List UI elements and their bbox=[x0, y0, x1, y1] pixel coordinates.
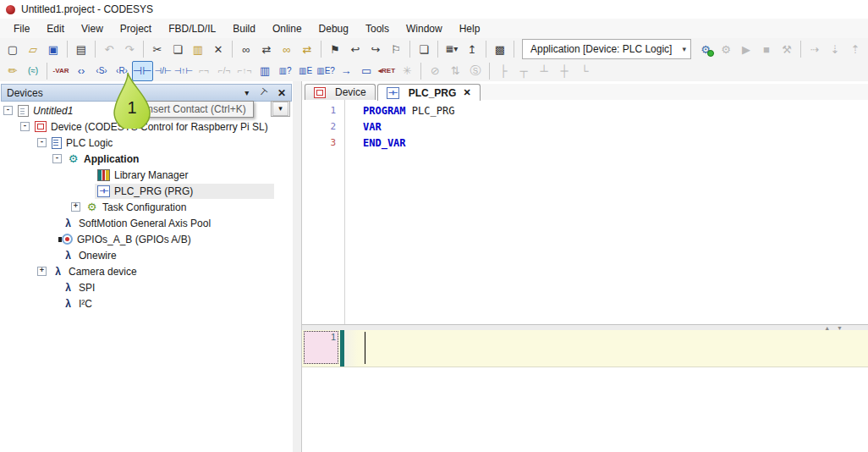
delete-button[interactable]: ✕ bbox=[208, 39, 228, 59]
paste-button[interactable]: ▥ bbox=[188, 39, 208, 59]
replace-button[interactable]: ⇄ bbox=[256, 39, 277, 59]
main-toolbar-separator bbox=[321, 41, 321, 58]
view-selector-dropdown[interactable]: ▾ bbox=[271, 101, 290, 117]
toggle-bookmark-button[interactable]: ⚑ bbox=[325, 39, 345, 59]
redo-button[interactable]: ↷ bbox=[119, 39, 140, 59]
close-panel-icon[interactable]: ✕ bbox=[277, 87, 286, 99]
expand-icon[interactable]: + bbox=[37, 267, 47, 276]
tree-item-onewire[interactable]: Onewire bbox=[0, 247, 293, 263]
collapse-icon[interactable]: - bbox=[20, 122, 30, 131]
menu-item-edit[interactable]: Edit bbox=[38, 20, 73, 37]
panel-menu-dropdown-icon[interactable]: ▾ bbox=[244, 88, 249, 97]
insert-empty-box-with-en-button[interactable]: ▥E? bbox=[316, 61, 336, 81]
declaration-editor[interactable]: 1 PROGRAM PLC_PRG 2 VAR 3 END_VAR bbox=[302, 100, 868, 324]
set-reset-button[interactable]: Ⓢ bbox=[465, 61, 486, 81]
logout-button[interactable]: ⚙ bbox=[716, 39, 736, 59]
tree-item-plc-prg-prg[interactable]: PLC_PRG (PRG) bbox=[0, 183, 293, 199]
save-project-button[interactable]: ▣ bbox=[43, 39, 63, 59]
edge-detection-button[interactable]: ⇅ bbox=[445, 61, 465, 81]
cut-button[interactable]: ✂ bbox=[147, 39, 168, 59]
tab-device[interactable]: Device bbox=[305, 84, 376, 100]
stop-button[interactable]: ■ bbox=[756, 39, 777, 59]
open-project-button[interactable]: ▱ bbox=[23, 39, 43, 59]
menu-item-view[interactable]: View bbox=[73, 20, 112, 37]
insert-branch-button[interactable]: ├ bbox=[493, 61, 514, 81]
collapse-icon[interactable]: - bbox=[52, 154, 62, 163]
tree-item-i-c[interactable]: I²C bbox=[0, 295, 293, 311]
find-in-project-button[interactable]: ∞ bbox=[277, 39, 297, 59]
ld-network-row[interactable]: 1 bbox=[302, 330, 868, 367]
insert-label-button[interactable]: ▭ bbox=[356, 61, 376, 81]
collapse-icon[interactable]: - bbox=[3, 106, 13, 115]
edit-object-button[interactable]: ❏ bbox=[414, 39, 434, 59]
step-over-button[interactable]: ⇢ bbox=[805, 39, 825, 59]
insert-assignment-button[interactable]: -VAR bbox=[51, 61, 71, 81]
code-line[interactable]: 2 VAR bbox=[302, 119, 868, 135]
insert-negated-contact-button[interactable]: ⊣/⊢ bbox=[153, 61, 173, 81]
menu-item-online[interactable]: Online bbox=[264, 20, 310, 37]
tree-item-task-configuration[interactable]: +Task Configuration bbox=[0, 199, 293, 215]
start-button[interactable]: ▶ bbox=[736, 39, 756, 59]
insert-operator-button[interactable]: ‹› bbox=[71, 61, 91, 81]
replace-in-project-button[interactable]: ⇄ bbox=[297, 39, 317, 59]
negate-button[interactable]: ⊘ bbox=[425, 61, 445, 81]
snippets-button[interactable]: ▩ bbox=[490, 39, 510, 59]
insert-parallel-negated-contact-button[interactable]: ⌐/¬ bbox=[214, 61, 234, 81]
export-object-button[interactable]: ↥ bbox=[462, 39, 482, 59]
tree-item-camera-device[interactable]: +Camera device bbox=[0, 263, 293, 279]
tree-item-softmotion-general-axis-pool[interactable]: SoftMotion General Axis Pool bbox=[0, 215, 293, 231]
set-branch-start-point-button[interactable]: ┼ bbox=[554, 61, 574, 81]
insert-rising-edge-contact-button[interactable]: ⊣↑⊢ bbox=[173, 61, 194, 81]
insert-set-coil-button[interactable]: ‹S› bbox=[91, 61, 112, 81]
menu-item-file[interactable]: File bbox=[5, 20, 38, 37]
insert-branch-above-button[interactable]: ┬ bbox=[514, 61, 534, 81]
insert-parallel-contact-button[interactable]: ⌐¬ bbox=[194, 61, 214, 81]
insert-return-button[interactable]: ◂RET bbox=[376, 61, 397, 81]
code-line[interactable]: 3 END_VAR bbox=[302, 135, 868, 151]
network-selection-box[interactable]: 1 bbox=[304, 331, 338, 364]
tree-item-plc-logic[interactable]: -PLC Logic bbox=[0, 135, 293, 151]
step-into-button[interactable]: ⇣ bbox=[825, 39, 845, 59]
tree-item-library-manager[interactable]: Library Manager bbox=[0, 167, 293, 183]
panel-splitter[interactable] bbox=[293, 81, 302, 452]
menu-item-fbd-ld-il[interactable]: FBD/LD/IL bbox=[160, 20, 224, 37]
step-out-button[interactable]: ⇡ bbox=[845, 39, 865, 59]
insert-network-button[interactable]: ✏ bbox=[3, 61, 23, 81]
undo-button[interactable]: ↶ bbox=[99, 39, 119, 59]
menu-item-build[interactable]: Build bbox=[224, 20, 264, 37]
pin-icon[interactable]: ⊤ bbox=[259, 87, 267, 98]
active-application-selector[interactable]: Application [Device: PLC Logic] ▾ bbox=[522, 39, 691, 59]
close-tab-icon[interactable]: ✕ bbox=[463, 87, 470, 98]
tree-item-gpios-a-b-gpios-a-b[interactable]: GPIOs_A_B (GPIOs A/B) bbox=[0, 231, 293, 247]
insert-parallel-edge-contact-button[interactable]: ⌐↑¬ bbox=[234, 61, 255, 81]
tab-plc-prg[interactable]: PLC_PRG✕ bbox=[377, 84, 481, 101]
set-branch-end-point-button[interactable]: └ bbox=[574, 61, 595, 81]
insert-box-with-en-button[interactable]: ▥E bbox=[295, 61, 316, 81]
insert-network-below-button[interactable]: (≈) bbox=[23, 61, 43, 81]
new-project-button[interactable]: ▢ bbox=[3, 39, 23, 59]
code-line[interactable]: 1 PROGRAM PLC_PRG bbox=[302, 102, 868, 119]
menu-item-project[interactable]: Project bbox=[112, 20, 160, 37]
clear-bookmarks-button[interactable]: ⚐ bbox=[386, 39, 406, 59]
insert-empty-box-button[interactable]: ▥? bbox=[275, 61, 295, 81]
menu-item-window[interactable]: Window bbox=[398, 20, 451, 37]
menu-item-debug[interactable]: Debug bbox=[310, 20, 357, 37]
insert-table-dropdown-button[interactable]: ▦▾ bbox=[442, 39, 462, 59]
tree-item-application[interactable]: -Application bbox=[0, 151, 293, 167]
insert-box-button[interactable]: ▥ bbox=[255, 61, 275, 81]
online-config-button[interactable]: ⚒ bbox=[777, 39, 797, 59]
previous-bookmark-button[interactable]: ↩ bbox=[345, 39, 365, 59]
login-button[interactable]: ⚙ bbox=[695, 39, 716, 59]
tree-item-spi[interactable]: SPI bbox=[0, 279, 293, 295]
print-button[interactable]: ▤ bbox=[71, 39, 91, 59]
insert-branch-below-button[interactable]: ┴ bbox=[534, 61, 554, 81]
copy-button[interactable]: ❏ bbox=[168, 39, 188, 59]
find-button[interactable]: ∞ bbox=[236, 39, 256, 59]
collapse-icon[interactable]: - bbox=[37, 138, 47, 147]
update-parameters-button[interactable]: ✳ bbox=[397, 61, 417, 81]
next-bookmark-button[interactable]: ↪ bbox=[365, 39, 386, 59]
insert-jump-button[interactable]: → bbox=[336, 61, 356, 81]
expand-icon[interactable]: + bbox=[71, 202, 80, 212]
menu-item-help[interactable]: Help bbox=[451, 20, 489, 37]
menu-item-tools[interactable]: Tools bbox=[357, 20, 398, 37]
